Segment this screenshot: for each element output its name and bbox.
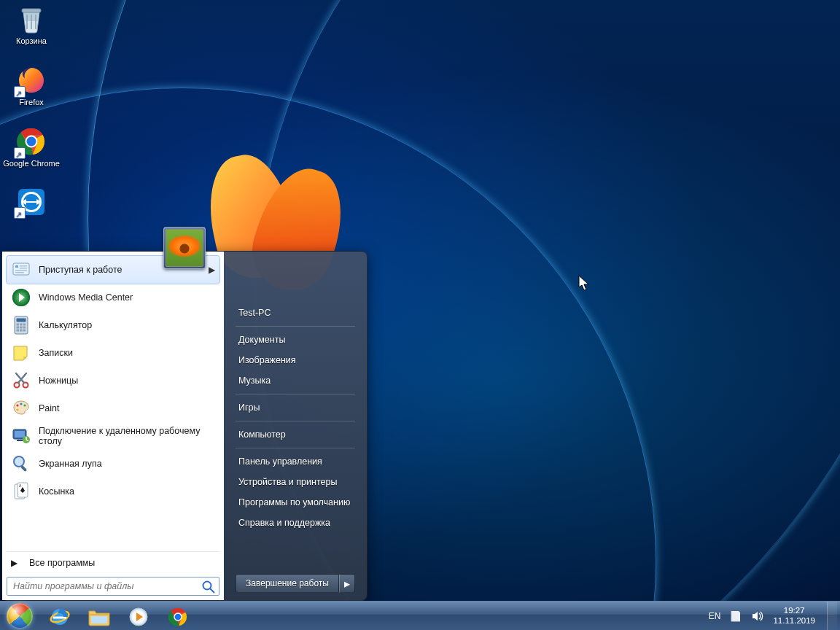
program-solitaire[interactable]: A Косынка — [7, 478, 219, 505]
start-menu-right-panel: Test-PC Документы Изображения Музыка Игр… — [224, 252, 367, 600]
svg-rect-14 — [15, 272, 24, 273]
svg-rect-25 — [17, 330, 20, 332]
svg-point-38 — [14, 456, 24, 467]
start-menu-search — [7, 577, 219, 596]
right-item-user[interactable]: Test-PC — [236, 303, 355, 323]
windows-orb-icon — [7, 603, 33, 629]
show-desktop-button[interactable] — [827, 602, 837, 631]
magnifier-icon — [11, 454, 31, 474]
program-magnifier[interactable]: Экранная лупа — [7, 450, 219, 478]
taskbar-pin-explorer[interactable] — [80, 604, 118, 630]
taskbar-pin-chrome[interactable] — [159, 604, 197, 630]
svg-rect-26 — [20, 330, 23, 332]
right-item-devices-printers[interactable]: Устройства и принтеры — [236, 472, 355, 492]
svg-rect-20 — [20, 324, 23, 326]
program-windows-media-center[interactable]: Windows Media Center — [7, 284, 219, 311]
svg-rect-23 — [20, 327, 23, 329]
program-label: Ножницы — [39, 376, 78, 386]
wmp-icon — [128, 606, 149, 628]
desktop-icon-label: Корзина — [16, 36, 47, 46]
program-sticky-notes[interactable]: Записки — [7, 339, 219, 367]
system-tray: EN 19:27 11.11.2019 — [709, 602, 840, 630]
program-label: Подключение к удаленному рабочему столу — [39, 426, 215, 446]
shutdown-button[interactable]: Завершение работы — [236, 574, 339, 593]
taskbar-pinned-apps — [39, 602, 197, 630]
search-box[interactable] — [7, 577, 219, 596]
start-button[interactable] — [0, 602, 39, 630]
desktop-icon-label: Firefox — [19, 98, 44, 107]
program-label: Записки — [39, 348, 73, 358]
desktop-icon-firefox[interactable]: Firefox — [3, 64, 60, 121]
right-item-control-panel[interactable]: Панель управления — [236, 451, 355, 472]
start-menu: Приступая к работе ▶ Windows Media Cente… — [1, 251, 368, 601]
taskbar-pin-ie[interactable] — [41, 604, 79, 630]
user-avatar[interactable] — [163, 227, 206, 269]
start-menu-programs: Приступая к работе ▶ Windows Media Cente… — [7, 256, 219, 548]
svg-rect-9 — [13, 263, 29, 275]
search-icon — [201, 580, 216, 594]
svg-rect-36 — [17, 440, 23, 441]
desktop-icon-teamviewer[interactable] — [3, 187, 60, 219]
svg-point-31 — [20, 402, 22, 405]
taskbar: EN 19:27 11.11.2019 — [0, 601, 840, 630]
svg-rect-18 — [17, 319, 26, 322]
svg-point-30 — [16, 404, 18, 406]
language-indicator[interactable]: EN — [709, 611, 721, 621]
desktop-icons: Корзина Firefox Google Chrome — [3, 3, 70, 223]
getting-started-icon — [11, 260, 31, 280]
calculator-icon — [11, 315, 31, 335]
program-snipping-tool[interactable]: Ножницы — [7, 367, 219, 394]
desktop-icon-recycle-bin[interactable]: Корзина — [3, 3, 60, 60]
svg-rect-35 — [15, 431, 25, 438]
program-calculator[interactable]: Калькулятор — [7, 311, 219, 339]
svg-rect-13 — [15, 270, 27, 271]
svg-rect-10 — [15, 265, 18, 268]
svg-rect-19 — [17, 324, 20, 326]
tray-date: 11.11.2019 — [773, 616, 815, 626]
right-item-help[interactable]: Справка и поддержка — [236, 513, 355, 533]
tray-time: 19:27 — [773, 606, 815, 616]
program-label: Калькулятор — [39, 320, 92, 330]
chrome-icon — [168, 607, 188, 627]
right-item-music[interactable]: Музыка — [236, 370, 355, 391]
volume-icon[interactable] — [751, 610, 764, 623]
program-label: Косынка — [39, 486, 74, 497]
right-item-documents[interactable]: Документы — [236, 330, 355, 350]
ie-icon — [49, 606, 71, 628]
program-label: Приступая к работе — [39, 265, 122, 275]
sticky-notes-icon — [11, 343, 31, 363]
search-input[interactable] — [13, 581, 198, 591]
svg-rect-46 — [91, 616, 107, 623]
svg-point-32 — [23, 404, 26, 406]
svg-rect-0 — [22, 9, 41, 12]
chevron-right-icon: ▶ — [11, 558, 18, 568]
solitaire-icon: A — [11, 481, 31, 502]
program-label: Экранная лупа — [39, 459, 102, 469]
right-item-pictures[interactable]: Изображения — [236, 350, 355, 370]
chrome-icon — [15, 125, 47, 158]
teamviewer-icon — [15, 187, 47, 217]
program-label: Windows Media Center — [39, 292, 133, 303]
program-label: Paint — [39, 403, 60, 413]
action-center-icon[interactable] — [729, 610, 742, 623]
desktop-icon-chrome[interactable]: Google Chrome — [3, 125, 60, 182]
recycle-bin-icon — [15, 3, 47, 35]
right-item-games[interactable]: Игры — [236, 397, 355, 418]
remote-desktop-icon — [11, 426, 31, 446]
wmc-icon — [11, 287, 31, 308]
svg-rect-27 — [23, 330, 26, 332]
start-menu-left-panel: Приступая к работе ▶ Windows Media Cente… — [2, 252, 224, 600]
desktop-icon-label: Google Chrome — [3, 159, 60, 168]
all-programs[interactable]: ▶ Все программы — [7, 551, 219, 574]
svg-point-51 — [175, 613, 182, 620]
shutdown-options-button[interactable]: ▸ — [339, 574, 355, 593]
right-item-default-programs[interactable]: Программы по умолчанию — [236, 492, 355, 513]
scissors-icon — [11, 370, 31, 391]
taskbar-pin-wmp[interactable] — [120, 604, 158, 630]
program-paint[interactable]: Paint — [7, 394, 219, 422]
svg-rect-11 — [20, 265, 27, 267]
svg-rect-21 — [23, 324, 26, 326]
right-item-computer[interactable]: Компьютер — [236, 424, 355, 445]
tray-clock[interactable]: 19:27 11.11.2019 — [773, 606, 815, 626]
program-remote-desktop[interactable]: Подключение к удаленному рабочему столу — [7, 422, 219, 450]
